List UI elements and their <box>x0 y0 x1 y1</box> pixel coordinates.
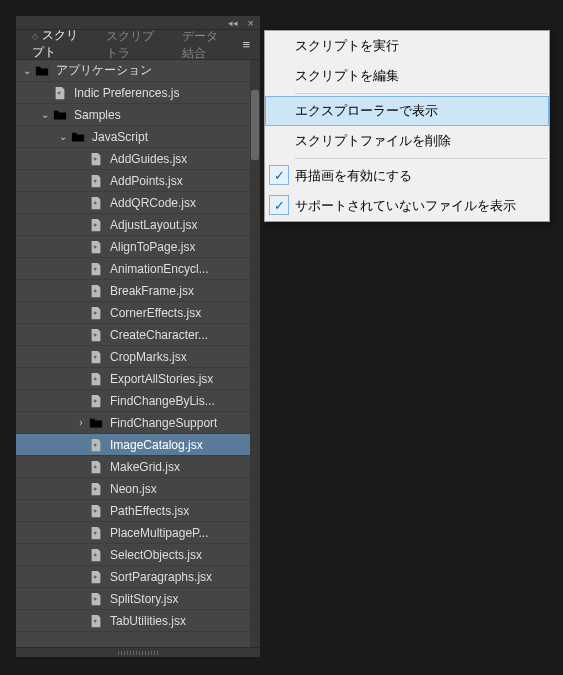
scrollbar[interactable] <box>250 60 260 647</box>
tree-item-label: SplitStory.jsx <box>110 592 178 606</box>
tree-item-label: Samples <box>74 108 121 122</box>
tree-item[interactable]: ▶SelectObjects.jsx <box>16 544 260 566</box>
checkmark-icon: ✓ <box>269 195 289 215</box>
tree-item-label: FindChangeSupport <box>110 416 217 430</box>
flyout-menu-icon[interactable]: ≡ <box>238 33 254 56</box>
script-icon <box>88 305 104 321</box>
tree-item-label: CreateCharacter... <box>110 328 208 342</box>
folder-icon <box>34 63 50 79</box>
script-icon <box>88 613 104 629</box>
tree-item[interactable]: ▶AnimationEncycl... <box>16 258 260 280</box>
tree-item-label: BreakFrame.jsx <box>110 284 194 298</box>
ctx-separator <box>295 158 547 159</box>
panel-tabs: ◇スクリプト スクリプトラ データ結合 ≡ <box>16 30 260 60</box>
script-icon <box>88 459 104 475</box>
tree-item-label: SortParagraphs.jsx <box>110 570 212 584</box>
ctx-separator <box>295 93 547 94</box>
tree-item-label: CornerEffects.jsx <box>110 306 201 320</box>
script-icon <box>88 239 104 255</box>
tree-item[interactable]: ▶Neon.jsx <box>16 478 260 500</box>
tree-item-label: Indic Preferences.js <box>74 86 179 100</box>
tree-item[interactable]: ▶ExportAllStories.jsx <box>16 368 260 390</box>
ctx-show-unsupported[interactable]: ✓サポートされていないファイルを表示 <box>265 191 549 221</box>
tree-item[interactable]: ▶AlignToPage.jsx <box>16 236 260 258</box>
tree-item[interactable]: ▶PathEffects.jsx <box>16 500 260 522</box>
chevron-down-icon[interactable]: ⌄ <box>20 65 34 76</box>
tree-item-label: MakeGrid.jsx <box>110 460 180 474</box>
tree-item-label: AddPoints.jsx <box>110 174 183 188</box>
ctx-label: スクリプトを編集 <box>295 67 399 85</box>
tree-item[interactable]: ▶PlaceMultipageP... <box>16 522 260 544</box>
tree-folder-application[interactable]: ⌄アプリケーション <box>16 60 260 82</box>
ctx-edit-script[interactable]: スクリプトを編集 <box>265 61 549 91</box>
tree-item-label: AlignToPage.jsx <box>110 240 195 254</box>
tree-item[interactable]: ▶CornerEffects.jsx <box>16 302 260 324</box>
tree-item[interactable]: ▶BreakFrame.jsx <box>16 280 260 302</box>
tree-item-label: AnimationEncycl... <box>110 262 209 276</box>
tree-item-label: AddGuides.jsx <box>110 152 187 166</box>
tree-item-label: ExportAllStories.jsx <box>110 372 213 386</box>
ctx-label: エクスプローラーで表示 <box>295 102 438 120</box>
script-icon <box>52 85 68 101</box>
ctx-label: 再描画を有効にする <box>295 167 412 185</box>
tree-item[interactable]: ▶FindChangeByLis... <box>16 390 260 412</box>
script-icon <box>88 503 104 519</box>
ctx-label: スクリプトを実行 <box>295 37 399 55</box>
tree-item[interactable]: ▶AddQRCode.jsx <box>16 192 260 214</box>
tree-item[interactable]: ▶AddGuides.jsx <box>16 148 260 170</box>
tree-folder-javascript[interactable]: ⌄JavaScript <box>16 126 260 148</box>
script-icon <box>88 525 104 541</box>
script-icon <box>88 173 104 189</box>
tree-item[interactable]: ▶SplitStory.jsx <box>16 588 260 610</box>
script-icon <box>88 283 104 299</box>
script-icon <box>88 349 104 365</box>
tree-item[interactable]: ▶MakeGrid.jsx <box>16 456 260 478</box>
ctx-label: スクリプトファイルを削除 <box>295 132 451 150</box>
chevron-down-icon[interactable]: ⌄ <box>38 109 52 120</box>
folder-icon <box>88 415 104 431</box>
tree-item-label: CropMarks.jsx <box>110 350 187 364</box>
tree-item[interactable]: ▶TabUtilities.jsx <box>16 610 260 632</box>
tree-item-label: AddQRCode.jsx <box>110 196 196 210</box>
tree-item-label: Neon.jsx <box>110 482 157 496</box>
checkmark-icon: ✓ <box>269 165 289 185</box>
tree-item-label: PathEffects.jsx <box>110 504 189 518</box>
tree-item-label: JavaScript <box>92 130 148 144</box>
ctx-reveal-explorer[interactable]: エクスプローラーで表示 <box>265 96 549 126</box>
chevron-right-icon[interactable]: › <box>74 417 88 428</box>
tree-item[interactable]: ▶CreateCharacter... <box>16 324 260 346</box>
script-icon <box>88 327 104 343</box>
scripts-panel: ◂◂ × ◇スクリプト スクリプトラ データ結合 ≡ ⌄アプリケーション▶Ind… <box>15 15 261 658</box>
tree-item-indic[interactable]: ▶Indic Preferences.js <box>16 82 260 104</box>
tree-item[interactable]: ▶ImageCatalog.jsx <box>16 434 260 456</box>
tree-item[interactable]: ▶AdjustLayout.jsx <box>16 214 260 236</box>
script-icon <box>88 437 104 453</box>
script-tree: ⌄アプリケーション▶Indic Preferences.js⌄Samples⌄J… <box>16 60 260 632</box>
tree-folder-samples[interactable]: ⌄Samples <box>16 104 260 126</box>
chevron-down-icon[interactable]: ⌄ <box>56 131 70 142</box>
tree-folder-findchangesupport[interactable]: ›FindChangeSupport <box>16 412 260 434</box>
tree-item[interactable]: ▶CropMarks.jsx <box>16 346 260 368</box>
script-icon <box>88 393 104 409</box>
script-icon <box>88 591 104 607</box>
tree-item-label: TabUtilities.jsx <box>110 614 186 628</box>
tree-item[interactable]: ▶AddPoints.jsx <box>16 170 260 192</box>
close-icon[interactable]: × <box>242 17 260 29</box>
scrollbar-thumb[interactable] <box>251 90 259 160</box>
ctx-run-script[interactable]: スクリプトを実行 <box>265 31 549 61</box>
ctx-delete-script[interactable]: スクリプトファイルを削除 <box>265 126 549 156</box>
folder-icon <box>52 107 68 123</box>
folder-icon <box>70 129 86 145</box>
tree-item[interactable]: ▶SortParagraphs.jsx <box>16 566 260 588</box>
script-icon <box>88 195 104 211</box>
tree-item-label: ImageCatalog.jsx <box>110 438 203 452</box>
script-icon <box>88 481 104 497</box>
script-icon <box>88 261 104 277</box>
panel-footer <box>16 647 260 657</box>
ctx-enable-redraw[interactable]: ✓再描画を有効にする <box>265 161 549 191</box>
script-icon <box>88 371 104 387</box>
script-icon <box>88 217 104 233</box>
resize-grip-icon[interactable] <box>118 651 158 655</box>
script-icon <box>88 569 104 585</box>
tree-item-label: SelectObjects.jsx <box>110 548 202 562</box>
